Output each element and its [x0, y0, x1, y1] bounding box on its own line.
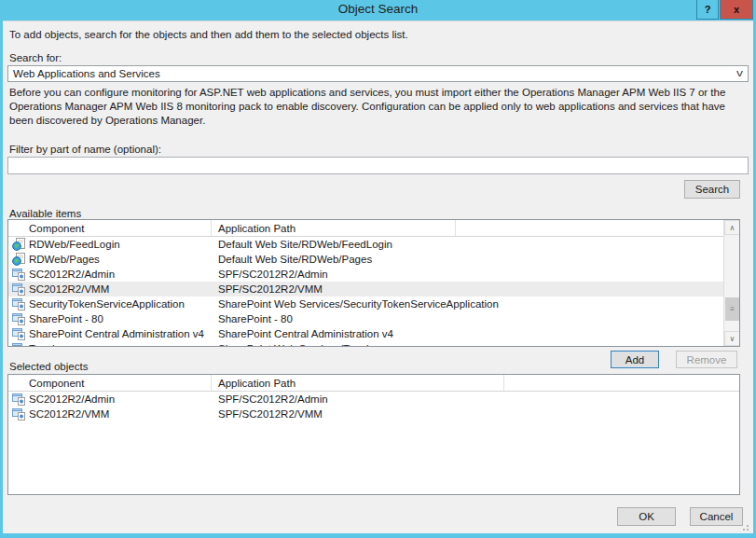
web-application-icon — [12, 297, 25, 310]
filter-label: Filter by part of name (optional): — [9, 144, 161, 155]
search-for-value: Web Applications and Services — [13, 68, 160, 79]
selected-objects-list: Component Application Path SC2012R2/Admi… — [7, 374, 740, 495]
web-site-globe-icon — [12, 238, 25, 251]
table-row[interactable]: SecurityTokenServiceApplication SharePoi… — [8, 297, 724, 311]
web-site-globe-icon — [12, 253, 25, 266]
dialog-title: Object Search — [0, 2, 756, 16]
scroll-down-button[interactable]: ∨ — [724, 331, 740, 346]
web-application-icon — [12, 283, 25, 296]
available-items-header: Component Application Path — [8, 220, 739, 237]
table-row[interactable]: Topology SharePoint Web Services/Topolog… — [8, 341, 724, 347]
scroll-up-button[interactable]: ∧ — [724, 220, 740, 235]
column-header-component[interactable]: Component — [8, 375, 212, 391]
scrollbar-grip-icon: ≡ — [730, 307, 735, 312]
table-row-selected[interactable]: SC2012R2/VMM SPF/SC2012R2/VMM — [8, 282, 724, 297]
table-row[interactable]: RDWeb/FeedLogin Default Web Site/RDWeb/F… — [8, 237, 724, 252]
search-for-label: Search for: — [9, 52, 62, 63]
available-items-list: Component Application Path RDWeb/FeedLog… — [7, 219, 740, 347]
resize-grip-icon[interactable] — [740, 522, 749, 531]
add-button[interactable]: Add — [611, 351, 659, 368]
table-row[interactable]: SC2012R2/Admin SPF/SC2012R2/Admin — [8, 267, 724, 282]
cancel-button[interactable]: Cancel — [690, 507, 743, 526]
table-row[interactable]: SharePoint - 80 SharePoint - 80 — [8, 311, 724, 326]
close-button[interactable]: x — [720, 0, 753, 20]
column-header-application-path[interactable]: Application Path — [212, 220, 456, 236]
available-items-label: Available items — [9, 208, 81, 219]
help-icon: ? — [705, 4, 711, 15]
available-items-rows: RDWeb/FeedLogin Default Web Site/RDWeb/F… — [8, 237, 724, 347]
web-application-icon — [12, 327, 25, 340]
filter-input[interactable] — [7, 157, 749, 174]
table-row[interactable]: SC2012R2/VMM SPF/SC2012R2/VMM — [8, 407, 739, 421]
object-search-dialog: Object Search ? x To add objects, search… — [0, 0, 756, 538]
scroll-down-icon: ∨ — [730, 335, 735, 343]
column-header-component[interactable]: Component — [8, 220, 212, 236]
intro-text: To add objects, search for the objects a… — [9, 29, 408, 40]
vertical-scrollbar[interactable]: ∧ ≡ ∨ — [723, 220, 739, 346]
web-application-icon — [12, 312, 25, 325]
ok-button[interactable]: OK — [617, 507, 676, 526]
dialog-body: To add objects, search for the objects a… — [3, 21, 753, 533]
selected-objects-label: Selected objects — [9, 361, 88, 372]
table-row[interactable]: RDWeb/Pages Default Web Site/RDWeb/Pages — [8, 252, 724, 267]
web-application-icon — [12, 342, 25, 347]
selected-objects-header: Component Application Path — [8, 375, 739, 392]
search-for-combobox[interactable]: Web Applications and Services v — [7, 65, 749, 82]
web-application-icon — [12, 268, 25, 281]
close-icon: x — [734, 4, 739, 15]
chevron-down-icon: v — [736, 69, 743, 78]
help-button[interactable]: ? — [696, 0, 719, 20]
scrollbar-thumb[interactable]: ≡ — [725, 297, 739, 321]
web-application-icon — [12, 393, 25, 406]
description-text: Before you can configure monitoring for … — [9, 86, 749, 128]
column-header-application-path[interactable]: Application Path — [212, 375, 504, 391]
titlebar[interactable]: Object Search ? x — [0, 0, 756, 21]
scroll-up-icon: ∧ — [730, 224, 735, 232]
remove-button[interactable]: Remove — [676, 351, 737, 368]
table-row[interactable]: SharePoint Central Administration v4 Sha… — [8, 326, 724, 341]
titlebar-buttons: ? x — [696, 0, 753, 20]
selected-objects-rows: SC2012R2/Admin SPF/SC2012R2/Admin SC2012… — [8, 392, 739, 495]
table-row[interactable]: SC2012R2/Admin SPF/SC2012R2/Admin — [8, 392, 739, 407]
web-application-icon — [12, 407, 25, 421]
search-button[interactable]: Search — [684, 180, 740, 199]
